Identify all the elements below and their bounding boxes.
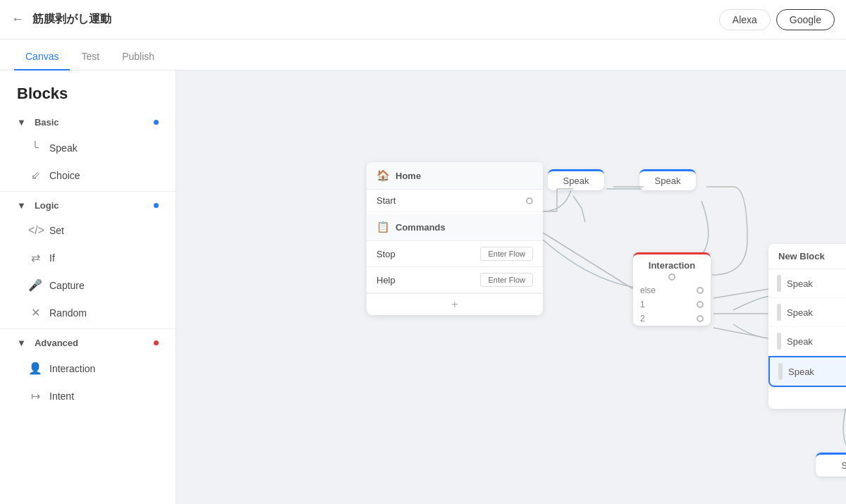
main-content: Blocks ▼ Basic ╰ Speak ⇙ Choice ▼ Logic xyxy=(0,70,846,504)
commands-label: Commands xyxy=(396,222,446,233)
google-button[interactable]: Google xyxy=(776,9,835,30)
speak-block-2-label: Speak xyxy=(648,176,687,186)
svg-line-10 xyxy=(713,328,768,338)
home-add-button[interactable]: + xyxy=(367,293,543,315)
section-basic-label: Basic xyxy=(35,117,59,128)
home-block-title: Home xyxy=(396,171,421,181)
new-block-header: New Block xyxy=(768,244,846,269)
tab-publish[interactable]: Publish xyxy=(111,44,166,70)
sidebar-item-speak[interactable]: ╰ Speak xyxy=(8,135,167,161)
sidebar-item-interaction-label: Interaction xyxy=(49,363,95,374)
tab-canvas[interactable]: Canvas xyxy=(14,44,70,70)
svg-line-7 xyxy=(543,233,633,289)
section-basic-header[interactable]: ▼ Basic xyxy=(0,111,176,133)
commands-icon: 📋 xyxy=(376,221,390,233)
sidebar-item-speak-label: Speak xyxy=(49,142,78,154)
speak-icon: ╰ xyxy=(28,141,42,154)
speak-icon-1 xyxy=(777,275,781,292)
section-logic-dot xyxy=(154,203,159,208)
new-block-item-4[interactable]: Speak ⊗ xyxy=(768,356,846,387)
section-basic-dot xyxy=(154,120,159,125)
new-block-speak-4: Speak xyxy=(788,367,814,377)
home-block: 🏠 Home Start 📋 Commands Stop Enter Flow … xyxy=(367,162,543,315)
section-advanced-header[interactable]: ▼ Advanced xyxy=(0,332,176,354)
new-block-speak-2: Speak xyxy=(787,307,813,318)
intent-icon: ↦ xyxy=(28,389,42,402)
chevron-logic-icon: ▼ xyxy=(17,200,26,211)
new-block-item-3[interactable]: Speak ⊗ xyxy=(768,327,846,356)
speak-block-2: Speak + xyxy=(639,169,665,192)
sidebar-item-choice[interactable]: ⇙ Choice xyxy=(8,162,167,188)
sidebar-item-intent[interactable]: ↦ Intent xyxy=(8,383,167,409)
interaction-block: Interaction else 1 2 xyxy=(633,252,711,326)
label-2: 2 xyxy=(640,314,645,324)
speak-block-1-label: Speak xyxy=(556,176,596,186)
alexa-button[interactable]: Alexa xyxy=(719,9,771,30)
start-row: Start xyxy=(367,190,543,212)
speak-icon-3 xyxy=(777,333,781,350)
sidebar-item-capture-label: Capture xyxy=(49,280,85,291)
sidebar-item-capture[interactable]: 🎤 Capture xyxy=(8,272,167,298)
new-block-add-button[interactable]: + xyxy=(768,387,846,409)
sidebar-item-random-label: Random xyxy=(49,307,87,319)
new-block-item-2[interactable]: Speak ⊗ xyxy=(768,298,846,327)
speak-block-1: Speak + xyxy=(548,169,573,192)
speak-icon-4 xyxy=(778,363,783,380)
set-icon: </> xyxy=(28,224,42,237)
sidebar-item-if[interactable]: ⇄ If xyxy=(8,245,167,271)
connector-1 xyxy=(697,301,704,308)
help-row: Help Enter Flow xyxy=(367,267,543,293)
interaction-else-row: else xyxy=(633,283,711,297)
speak-icon-2 xyxy=(777,304,781,321)
interaction-1-row: 1 xyxy=(633,297,711,312)
interaction-icon: 👤 xyxy=(28,362,42,375)
help-enter-flow-button[interactable]: Enter Flow xyxy=(480,273,533,287)
header-left: ← 筋膜剥がし運動 xyxy=(11,12,111,27)
sidebar-item-interaction[interactable]: 👤 Interaction xyxy=(8,355,167,381)
interaction-2-row: 2 xyxy=(633,312,711,326)
capture-icon: 🎤 xyxy=(28,278,42,292)
start-label: Start xyxy=(376,195,396,206)
home-icon: 🏠 xyxy=(376,169,390,182)
app-title: 筋膜剥がし運動 xyxy=(32,12,111,27)
speak-block-1-card[interactable]: Speak xyxy=(548,169,604,190)
stop-enter-flow-button[interactable]: Enter Flow xyxy=(480,247,533,261)
start-connector xyxy=(526,197,533,204)
section-advanced-dot xyxy=(154,340,159,345)
connector-2 xyxy=(697,315,704,322)
new-block-speak-3: Speak xyxy=(787,336,813,347)
app-header: ← 筋膜剥がし運動 Alexa Google xyxy=(0,0,846,39)
home-block-header: 🏠 Home xyxy=(367,162,543,190)
new-block: New Block Speak ⊗ Speak ⊗ Speak xyxy=(768,244,846,409)
label-1: 1 xyxy=(640,300,645,309)
divider-1 xyxy=(0,191,176,192)
sidebar-item-set[interactable]: </> Set xyxy=(8,218,167,243)
divider-2 xyxy=(0,328,176,329)
back-button[interactable]: ← xyxy=(11,12,24,27)
sidebar-title: Blocks xyxy=(0,70,176,111)
stop-label: Stop xyxy=(376,249,396,259)
else-label: else xyxy=(640,285,656,295)
new-block-item-1[interactable]: Speak ⊗ xyxy=(768,269,846,298)
interaction-block-title: Interaction xyxy=(633,254,711,273)
interaction-top-connector xyxy=(668,273,675,281)
svg-line-8 xyxy=(713,289,768,298)
new-block-speak-1: Speak xyxy=(787,278,813,289)
sidebar-item-if-label: If xyxy=(49,252,55,264)
tab-test[interactable]: Test xyxy=(70,44,111,70)
choice-icon: ⇙ xyxy=(28,168,42,182)
speak-block-2-card[interactable]: Speak xyxy=(639,169,696,190)
section-logic-label: Logic xyxy=(35,200,59,211)
random-icon: ✕ xyxy=(28,306,42,319)
commands-header: 📋 Commands xyxy=(367,214,543,241)
section-advanced-label: Advanced xyxy=(35,338,78,348)
chevron-advanced-icon: ▼ xyxy=(17,338,26,348)
section-logic-header[interactable]: ▼ Logic xyxy=(0,195,176,216)
bottom-speak-card[interactable]: Speak xyxy=(816,453,846,477)
sidebar-item-random[interactable]: ✕ Random xyxy=(8,300,167,326)
sidebar-item-intent-label: Intent xyxy=(49,391,74,402)
canvas-area: 🏠 Home Start 📋 Commands Stop Enter Flow … xyxy=(176,70,846,504)
sidebar-item-set-label: Set xyxy=(49,225,64,236)
tab-bar: Canvas Test Publish xyxy=(0,39,846,70)
bottom-speak-label: Speak xyxy=(827,460,846,471)
